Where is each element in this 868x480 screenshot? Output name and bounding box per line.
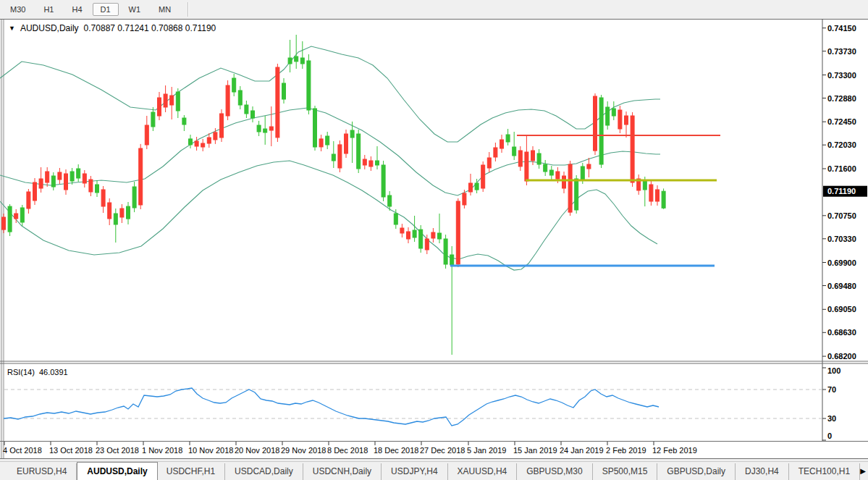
bullish-candle[interactable] [599,98,603,164]
bearish-candle[interactable] [201,143,205,147]
bullish-candle[interactable] [382,165,385,197]
bullish-candle[interactable] [450,255,454,265]
bullish-candle[interactable] [376,161,379,165]
chart-tab-xauusd-h4[interactable]: XAUUSD,H4 [448,463,518,480]
bullish-candle[interactable] [332,154,335,161]
bearish-candle[interactable] [649,185,653,201]
timeframe-button-w1[interactable]: W1 [121,3,149,16]
bullish-candle[interactable] [70,172,74,181]
bearish-candle[interactable] [556,172,560,179]
bullish-candle[interactable] [132,187,136,208]
bullish-candle[interactable] [438,233,442,239]
bearish-candle[interactable] [226,85,229,116]
bullish-candle[interactable] [350,130,354,138]
bearish-candle[interactable] [425,239,429,250]
bearish-candle[interactable] [58,172,62,180]
bullish-candle[interactable] [20,208,24,222]
chart-tab-gbpusd-m30[interactable]: GBPUSD,M30 [517,463,592,480]
bearish-candle[interactable] [158,98,161,116]
bullish-candle[interactable] [544,164,547,172]
bearish-candle[interactable] [625,116,628,125]
bearish-candle[interactable] [89,180,93,192]
bearish-candle[interactable] [207,138,211,143]
bearish-candle[interactable] [345,134,348,153]
chart-tab-usdjpy-h4[interactable]: USDJPY,H4 [382,463,447,480]
chart-tab-sp500-m15[interactable]: SP500,M15 [593,463,658,480]
bullish-candle[interactable] [245,105,248,114]
bullish-candle[interactable] [127,206,130,219]
price-chart-canvas[interactable]: 0.741500.737300.733000.728800.724500.720… [0,19,868,459]
bearish-candle[interactable] [120,209,124,217]
timeframe-button-m30[interactable]: M30 [2,3,33,16]
bearish-candle[interactable] [463,193,466,205]
bullish-candle[interactable] [264,129,267,132]
bearish-candle[interactable] [656,190,660,201]
bearish-candle[interactable] [101,190,105,206]
bullish-candle[interactable] [300,58,304,64]
bullish-candle[interactable] [77,169,80,178]
bearish-candle[interactable] [494,148,497,157]
bullish-candle[interactable] [114,214,117,224]
bullish-candle[interactable] [326,136,329,145]
bearish-candle[interactable] [276,67,279,138]
bearish-candle[interactable] [525,152,528,181]
tab-scroll-right-icon[interactable]: ▶ [860,467,866,475]
chart-tab-usdcad-daily[interactable]: USDCAD,Daily [225,463,303,480]
timeframe-button-d1[interactable]: D1 [93,3,119,16]
bearish-candle[interactable] [145,125,148,145]
bearish-candle[interactable] [108,203,111,219]
bullish-candle[interactable] [307,61,311,110]
bearish-candle[interactable] [500,140,504,148]
bullish-candle[interactable] [419,230,423,248]
bullish-candle[interactable] [643,181,646,190]
bearish-candle[interactable] [568,164,572,212]
bullish-candle[interactable] [232,78,236,92]
timeframe-button-mn[interactable]: MN [151,3,179,16]
bearish-candle[interactable] [2,217,6,230]
bearish-candle[interactable] [481,165,485,188]
bullish-candle[interactable] [295,56,298,62]
bullish-candle[interactable] [313,109,317,147]
bearish-candle[interactable] [64,174,68,190]
bullish-candle[interactable] [189,139,193,145]
bearish-candle[interactable] [369,161,373,167]
chart-tab-dj30-h4[interactable]: DJ30,H4 [736,463,789,480]
bullish-candle[interactable] [575,179,578,210]
bullish-candle[interactable] [282,83,286,99]
bullish-candle[interactable] [251,111,255,118]
bullish-candle[interactable] [444,239,447,264]
bearish-candle[interactable] [407,232,410,239]
chart-window[interactable]: 0.741500.737300.733000.728800.724500.720… [0,19,868,459]
chart-tab-gbpusd-daily[interactable]: GBPUSD,Daily [657,463,736,480]
bullish-candle[interactable] [151,112,155,127]
bullish-candle[interactable] [413,230,416,237]
bearish-candle[interactable] [164,94,167,107]
bearish-candle[interactable] [195,141,198,146]
bearish-candle[interactable] [139,148,143,205]
bullish-candle[interactable] [662,191,665,208]
bearish-candle[interactable] [214,132,217,140]
bearish-candle[interactable] [631,116,634,182]
bearish-candle[interactable] [319,139,323,147]
bullish-candle[interactable] [581,167,584,180]
bullish-candle[interactable] [506,135,510,142]
bearish-candle[interactable] [587,164,591,169]
bearish-candle[interactable] [456,201,460,264]
chart-tab-usdcnh-daily[interactable]: USDCNH,Daily [303,463,382,480]
bullish-candle[interactable] [8,206,12,232]
bearish-candle[interactable] [531,151,535,161]
bearish-candle[interactable] [431,232,435,238]
bearish-candle[interactable] [33,182,37,201]
bearish-candle[interactable] [487,158,491,168]
bullish-candle[interactable] [606,107,610,125]
timeframe-button-h4[interactable]: H4 [64,3,90,16]
bullish-candle[interactable] [537,153,541,164]
bearish-candle[interactable] [14,214,18,219]
bearish-candle[interactable] [594,96,597,151]
bullish-candle[interactable] [549,170,553,175]
bullish-candle[interactable] [176,92,180,111]
bearish-candle[interactable] [562,176,566,188]
bearish-candle[interactable] [618,110,622,129]
chart-tab-eurusd-h4[interactable]: EURUSD,H4 [7,463,77,480]
bullish-candle[interactable] [475,183,479,190]
